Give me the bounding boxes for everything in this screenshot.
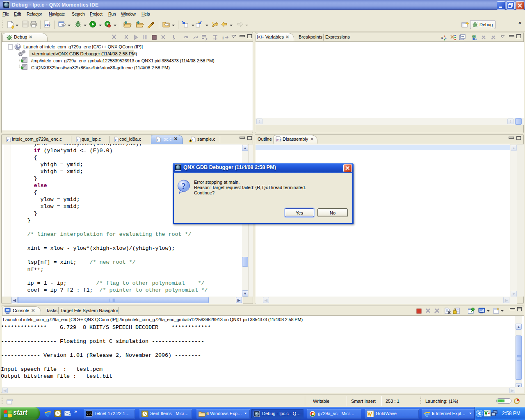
svg-text:x: x xyxy=(441,35,443,40)
svg-text:c: c xyxy=(7,138,9,142)
svg-text:?: ? xyxy=(181,181,186,191)
svg-text:010: 010 xyxy=(45,23,50,27)
svg-text:C:\: C:\ xyxy=(87,412,92,415)
svg-text:010: 010 xyxy=(276,139,281,142)
svg-text:c: c xyxy=(157,138,158,142)
svg-text:c: c xyxy=(77,138,78,142)
svg-text:c: c xyxy=(115,138,116,142)
svg-text:i: i xyxy=(222,35,224,41)
